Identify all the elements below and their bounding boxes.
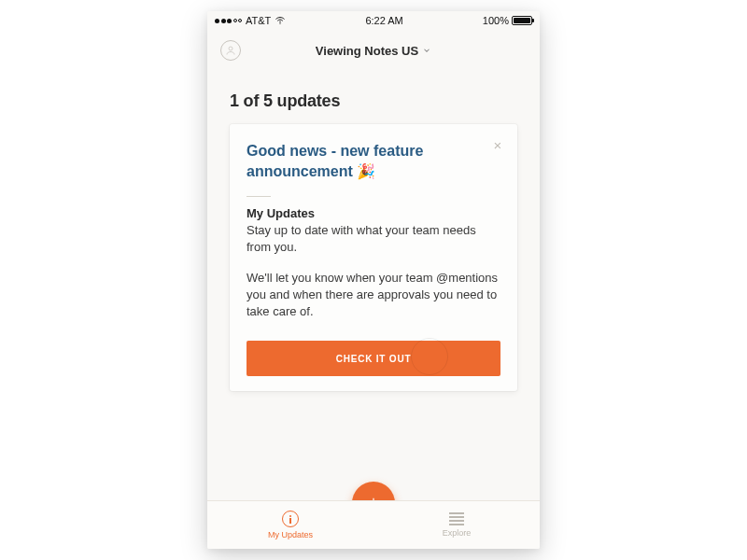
profile-avatar-button[interactable] bbox=[220, 40, 241, 61]
card-title: Good news - new feature announcement 🎉 bbox=[247, 141, 500, 181]
update-card: × Good news - new feature announcement 🎉… bbox=[230, 124, 517, 391]
tab-my-updates[interactable]: My Updates bbox=[207, 501, 374, 549]
status-time: 6:22 AM bbox=[365, 15, 402, 26]
info-icon bbox=[282, 511, 299, 527]
person-icon bbox=[225, 45, 236, 56]
chevron-down-icon bbox=[422, 46, 431, 55]
signal-strength-icon bbox=[215, 19, 242, 23]
tab-explore[interactable]: Explore bbox=[374, 501, 540, 549]
wifi-icon bbox=[275, 15, 286, 26]
list-icon bbox=[449, 512, 464, 525]
card-paragraph-1: Stay up to date with what your team need… bbox=[247, 222, 500, 256]
check-it-out-button[interactable]: CHECK IT OUT bbox=[247, 341, 500, 376]
status-right: 100% bbox=[483, 15, 532, 26]
svg-point-0 bbox=[280, 23, 281, 24]
svg-point-1 bbox=[229, 47, 233, 50]
phone-frame: AT&T 6:22 AM 100% Viewing Notes US 1 of … bbox=[207, 11, 540, 549]
card-section-label: My Updates bbox=[247, 206, 500, 220]
divider bbox=[247, 196, 271, 197]
tab-bar: My Updates Explore bbox=[207, 500, 540, 549]
content-area: 1 of 5 updates × Good news - new feature… bbox=[207, 71, 540, 500]
carrier-label: AT&T bbox=[246, 15, 271, 26]
battery-pct-label: 100% bbox=[483, 15, 509, 26]
battery-fill bbox=[514, 18, 530, 23]
tab-label: Explore bbox=[443, 528, 472, 538]
battery-icon bbox=[512, 16, 532, 25]
header-title-dropdown[interactable]: Viewing Notes US bbox=[316, 44, 431, 58]
close-icon[interactable]: × bbox=[491, 139, 504, 152]
status-left: AT&T bbox=[215, 15, 286, 26]
status-bar: AT&T 6:22 AM 100% bbox=[207, 11, 540, 30]
nav-header: Viewing Notes US bbox=[207, 30, 540, 71]
tab-label: My Updates bbox=[268, 530, 313, 539]
card-paragraph-2: We'll let you know when your team @menti… bbox=[247, 270, 500, 321]
header-title-text: Viewing Notes US bbox=[316, 44, 418, 58]
updates-counter: 1 of 5 updates bbox=[230, 91, 517, 111]
